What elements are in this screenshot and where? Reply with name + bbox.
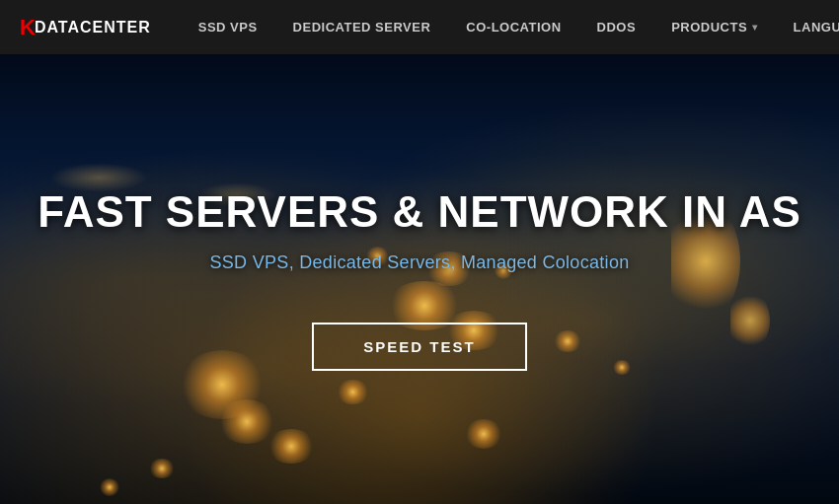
nav-links: SSD VPS DEDICATED SERVER CO-LOCATION DDO… [181, 0, 839, 54]
hero-content: FAST SERVERS & NETWORK IN AS SSD VPS, De… [0, 187, 839, 371]
hero-title: FAST SERVERS & NETWORK IN AS [38, 187, 801, 237]
nav-item-ddos[interactable]: DDOS [579, 0, 654, 54]
hero-section: FAST SERVERS & NETWORK IN AS SSD VPS, De… [0, 54, 839, 504]
nav-item-products[interactable]: PRODUCTS ▾ [653, 0, 775, 54]
nav-item-co-location[interactable]: CO-LOCATION [448, 0, 578, 54]
speed-test-button[interactable]: SPEED TEST [312, 323, 526, 371]
hero-subtitle: SSD VPS, Dedicated Servers, Managed Colo… [38, 252, 801, 273]
nav-item-dedicated-server[interactable]: DEDICATED SERVER [275, 0, 449, 54]
products-dropdown-arrow: ▾ [752, 22, 758, 33]
logo-k-letter: K [20, 15, 35, 40]
nav-item-ssd-vps[interactable]: SSD VPS [181, 0, 275, 54]
nav-item-language[interactable]: LANGUAGE ▾ [776, 0, 839, 54]
logo[interactable]: K DATACENTER [20, 15, 151, 40]
logo-text: DATACENTER [35, 19, 151, 36]
navbar: K DATACENTER SSD VPS DEDICATED SERVER CO… [0, 0, 839, 54]
